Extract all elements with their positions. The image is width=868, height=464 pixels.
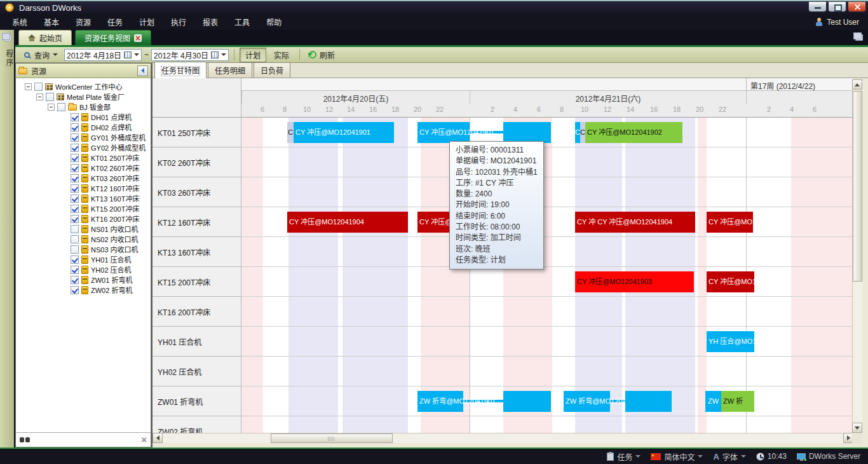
tree-expand-icon[interactable]: [25, 83, 32, 90]
task-bar[interactable]: ZW 折: [721, 391, 754, 412]
scroll-down-button[interactable]: [852, 423, 862, 433]
tree-checkbox[interactable]: [71, 164, 79, 172]
tree-checkbox[interactable]: [71, 144, 79, 152]
tree-item[interactable]: KT03 260T冲床: [16, 173, 151, 183]
date-from-value[interactable]: 2012年 4月18日: [67, 50, 121, 60]
task-bar[interactable]: [625, 391, 672, 412]
tree-item[interactable]: NS03 内收口机: [16, 244, 151, 254]
tree-expand-icon[interactable]: [36, 93, 43, 100]
tab-resource-task-view[interactable]: 资源任务视图 ×: [75, 30, 151, 45]
setup-bar[interactable]: C: [287, 122, 294, 143]
tree-item[interactable]: KT16 200T冲床: [16, 214, 151, 224]
tree-checkbox[interactable]: [71, 286, 79, 294]
view-tab-1[interactable]: 任务甘特图: [154, 62, 207, 78]
tab-home[interactable]: 起始页: [18, 30, 72, 45]
task-bar[interactable]: CY 冲压@MO12041901: [417, 122, 470, 143]
task-bar[interactable]: CY 冲压@MO1: [707, 212, 753, 233]
tree-item[interactable]: DH02 点焊机: [16, 122, 151, 132]
date-to-dropdown-icon[interactable]: [221, 53, 226, 56]
view-tab-3[interactable]: 日负荷: [254, 62, 290, 78]
dropdown-caret-icon[interactable]: [741, 455, 746, 458]
tree-item[interactable]: GY02 外桶成型机: [16, 142, 151, 153]
task-bar[interactable]: ZW 折弯@MO12041901: [417, 391, 463, 412]
tree-checkbox[interactable]: [57, 103, 65, 111]
tree-item[interactable]: KT13 160T冲床: [16, 193, 151, 203]
menu-item-6[interactable]: 执行: [163, 14, 194, 30]
task-bar[interactable]: CY 冲压@MO12041903: [575, 271, 694, 292]
tree-item[interactable]: KT02 260T冲床: [16, 163, 151, 173]
task-bar[interactable]: CY 冲压@MO1: [707, 271, 754, 292]
clear-icon[interactable]: ×: [141, 436, 147, 444]
program-side-strip[interactable]: 程序: [0, 30, 15, 447]
tree-checkbox[interactable]: [71, 225, 79, 233]
tree-item[interactable]: KT12 160T冲床: [16, 183, 151, 193]
panel-collapse-button[interactable]: [137, 65, 148, 76]
windows-list-icon[interactable]: [855, 34, 863, 41]
dropdown-caret-icon[interactable]: [698, 455, 703, 458]
task-bar[interactable]: CY 冲压@MO12041901: [294, 122, 394, 143]
tree-checkbox[interactable]: [71, 276, 79, 284]
calendar-icon[interactable]: [211, 51, 219, 58]
menu-item-7[interactable]: 报表: [194, 14, 226, 30]
task-bar[interactable]: YH 压合@MO1: [707, 331, 754, 352]
tree-item[interactable]: BJ 钣金部: [16, 102, 151, 112]
tree-item[interactable]: YH02 压合机: [16, 264, 151, 275]
refresh-button[interactable]: 刷新: [305, 48, 339, 62]
tree-item[interactable]: KT15 200T冲床: [16, 203, 151, 214]
vertical-scroll-thumb[interactable]: [853, 91, 862, 282]
statusbar-任务[interactable]: 任务: [607, 451, 641, 462]
view-tab-2[interactable]: 任务明细: [208, 62, 252, 78]
tree-item[interactable]: DH01 点焊机: [16, 112, 151, 122]
date-from-dropdown-icon[interactable]: [134, 53, 139, 56]
menu-item-2[interactable]: 基本: [36, 14, 67, 30]
tree-item[interactable]: ZW01 折弯机: [16, 275, 151, 285]
tree-item[interactable]: ZW02 折弯机: [16, 285, 151, 295]
tab-close-icon[interactable]: ×: [134, 34, 142, 42]
menu-item-3[interactable]: 资源: [67, 14, 99, 30]
find-icon[interactable]: [20, 437, 30, 443]
tree-checkbox[interactable]: [71, 205, 79, 213]
vertical-scrollbar[interactable]: [852, 79, 862, 433]
task-bar[interactable]: CY 冲压@MO12041902: [585, 122, 682, 143]
query-button[interactable]: 查询: [20, 48, 62, 62]
task-bar[interactable]: [503, 391, 551, 412]
tree-checkbox[interactable]: [34, 83, 43, 91]
tree-expand-icon[interactable]: [48, 104, 55, 111]
menu-item-4[interactable]: 任务: [99, 14, 131, 30]
scroll-up-button[interactable]: [852, 79, 862, 90]
tree-checkbox[interactable]: [71, 123, 79, 132]
date-to-field[interactable]: 2012年 4月30日: [151, 49, 229, 61]
restore-button[interactable]: [828, 1, 846, 12]
dropdown-caret-icon[interactable]: [635, 455, 641, 458]
tree-checkbox[interactable]: [71, 266, 79, 274]
task-bar[interactable]: ZW 折弯@MO12041901: [564, 391, 610, 412]
task-bar[interactable]: ZW: [705, 391, 721, 412]
setup-bar[interactable]: C: [580, 122, 585, 143]
tree-checkbox[interactable]: [46, 93, 54, 101]
tree-item[interactable]: KT01 250T冲床: [16, 153, 151, 163]
horizontal-scroll-thumb[interactable]: [271, 433, 393, 443]
close-button[interactable]: [848, 1, 866, 12]
minimize-button[interactable]: [808, 1, 827, 12]
tree-checkbox[interactable]: [71, 154, 79, 162]
tree-checkbox[interactable]: [71, 235, 79, 243]
horizontal-scrollbar[interactable]: [153, 433, 853, 443]
tree-item[interactable]: Metal Plate 钣金厂: [16, 92, 151, 102]
tree-checkbox[interactable]: [71, 245, 79, 254]
statusbar-简体中文[interactable]: 简体中文: [651, 451, 703, 462]
menu-item-8[interactable]: 工具: [226, 14, 258, 30]
tree-checkbox[interactable]: [71, 256, 79, 264]
tree-item[interactable]: WorkCenter 工作中心: [16, 81, 151, 92]
task-bar[interactable]: [503, 122, 551, 143]
menu-item-9[interactable]: 帮助: [258, 14, 290, 30]
tree-item[interactable]: NS01 内收口机: [16, 224, 151, 234]
date-from-field[interactable]: 2012年 4月18日: [64, 49, 142, 61]
tree-checkbox[interactable]: [71, 113, 79, 121]
date-to-value[interactable]: 2012年 4月30日: [154, 50, 208, 60]
tree-checkbox[interactable]: [71, 184, 79, 193]
scroll-left-button[interactable]: [153, 433, 163, 443]
tree-checkbox[interactable]: [71, 215, 79, 223]
tree-checkbox[interactable]: [71, 194, 79, 203]
tree-item[interactable]: GY01 外桶成型机: [16, 132, 151, 142]
plan-toggle[interactable]: 计划: [240, 48, 266, 62]
